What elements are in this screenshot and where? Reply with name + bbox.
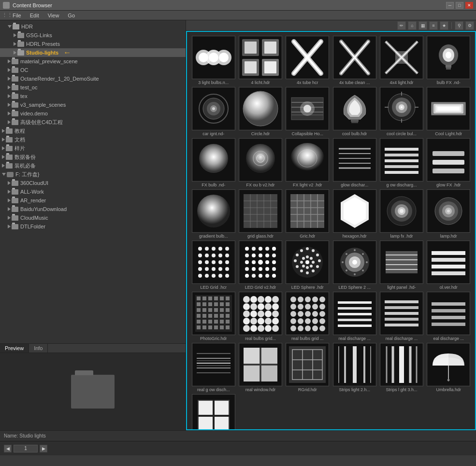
page-number-input[interactable]: 1 (14, 445, 38, 452)
tree-item-ar[interactable]: AR_render (0, 196, 186, 205)
content-grid-area[interactable]: 3 light bulbs.n... (186, 31, 476, 430)
grid-item-lampfx[interactable]: lamp fx .hdr (379, 189, 424, 239)
grid-item-ledgridv2[interactable]: LED Grid v2.hdr (238, 240, 283, 290)
tree-item-backup[interactable]: 数据备份 (0, 153, 186, 161)
grid-item-ledgrid[interactable]: LED Grid .hcr (191, 240, 236, 290)
grid-item-ledsphere2[interactable]: LED Sphere 2 ... (332, 240, 377, 290)
tree-item-testoc[interactable]: test_oc (0, 83, 186, 92)
grid-item-glowfx[interactable]: glow FX .hdr (426, 138, 471, 187)
label-olver: ol.ver.hdr (440, 285, 458, 290)
toolbar-list[interactable]: ≡ (429, 21, 438, 30)
grid-item-gric[interactable]: Gric.hdr (285, 189, 330, 239)
tab-info[interactable]: Info (29, 344, 48, 353)
tree-item-tex[interactable]: tex (0, 92, 186, 100)
page-next-button[interactable]: ▶ (40, 445, 47, 452)
tree-item-octane[interactable]: OctaneRender_1_20_DemoSuite (0, 74, 186, 83)
toolbar-star[interactable]: ★ (440, 21, 448, 30)
app-icon (3, 2, 10, 9)
grid-item-tube4x[interactable]: 4x tube hcr (285, 36, 330, 85)
tree-item-360[interactable]: 360CloudUI (0, 179, 186, 187)
tree-item-fdrive[interactable]: F: 工作盘} (0, 170, 186, 179)
menu-edit[interactable]: Edit (26, 12, 43, 19)
tree-item-video[interactable]: video.demo (0, 109, 186, 118)
tree-item-zhuangji[interactable]: 装机必备 (0, 161, 186, 170)
toolbar-pencil[interactable]: ✏ (397, 21, 406, 30)
grid-item-realdischarge3[interactable]: eal discharge ... (426, 292, 471, 341)
tree-item-c4d[interactable]: 高级创意C4D工程 (0, 118, 186, 127)
label-glow2: g ow discharg... (386, 183, 417, 187)
grid-item-realdischarge2[interactable]: real discharge ... (379, 292, 424, 341)
thumb-collapsible (286, 87, 329, 130)
menu-go[interactable]: Go (64, 12, 79, 19)
svg-point-307 (290, 311, 296, 317)
grid-item-gradbulb[interactable]: gradient bulb... (191, 189, 236, 239)
menu-file[interactable]: File (9, 12, 25, 19)
grid-item-glow2[interactable]: g ow discharg... (379, 138, 424, 187)
toolbar-grid[interactable]: ▦ (418, 21, 427, 30)
grid-item-lamp[interactable]: lamp.hdr (426, 189, 471, 239)
menu-view[interactable]: View (44, 12, 63, 19)
grid-item-fxlight[interactable]: FX light v2 .hdr (285, 138, 330, 187)
grid-item-olver[interactable]: ol.ver.hdr (426, 240, 471, 290)
grid-item-fxbulb[interactable]: FX bulb .nd- (191, 138, 236, 187)
toolbar-home[interactable]: ⌂ (408, 21, 417, 30)
tree-item-studio[interactable]: Studio-lights ← (0, 48, 186, 57)
grid-item-strips3[interactable]: Strips l ght 3.h... (379, 343, 424, 392)
grid-item-coolcircle[interactable]: cool circle bul... (379, 87, 424, 136)
grid-item-realwindow[interactable]: real window.hdr (238, 343, 283, 392)
file-tree[interactable]: HDR GSG-Links HDRL Presets Studio-lights… (0, 20, 186, 343)
svg-rect-56 (351, 119, 359, 122)
grid-item-window[interactable]: Window.hdr (191, 394, 236, 430)
close-button[interactable]: ✕ (465, 2, 473, 9)
grid-item-gridglass[interactable]: grid glass.hdr (238, 189, 283, 239)
grid-item-collapsible[interactable]: Collapsible Ho... (285, 87, 330, 136)
grid-item-coolbulb[interactable]: cool bulb.hdr (332, 87, 377, 136)
grid-item-strips2[interactable]: Strips light 2.h... (332, 343, 377, 392)
grid-item-circle[interactable]: Circle.hdr (238, 87, 283, 136)
tree-item-yangpian[interactable]: 样片 (0, 144, 186, 153)
grid-item-bulbfx[interactable]: bulb FX .nd- (426, 36, 471, 85)
label-circle: Circle.hdr (251, 131, 270, 136)
grid-item-lightpanel[interactable]: light panel .hd- (379, 240, 424, 290)
grid-item-photogric[interactable]: PhotoGric.hdr (191, 292, 236, 341)
maximize-button[interactable]: □ (456, 2, 463, 9)
grid-item-glow1[interactable]: glow dischar... (332, 138, 377, 187)
minimize-button[interactable]: ─ (446, 2, 454, 9)
grid-item-realbulbs[interactable]: real bulbs grid... (238, 292, 283, 341)
thumb-ledgrid (192, 240, 235, 284)
grid-item-carignt[interactable]: car ignt.nd- (191, 87, 236, 136)
tree-item-jiaocheng[interactable]: 教程 (0, 127, 186, 135)
grid-item-realbulbs2[interactable]: real bulbs grid ... (285, 292, 330, 341)
tab-preview[interactable]: Preview (0, 344, 29, 353)
svg-point-132 (447, 210, 450, 212)
tree-item-gsg[interactable]: GSG-Links (0, 31, 186, 40)
tree-item-wendang[interactable]: 文档 (0, 135, 186, 144)
tree-item-baidu[interactable]: BaiduYunDownload (0, 205, 186, 213)
grid-item-4x4light[interactable]: 4x4 light.hdr (379, 36, 424, 85)
grid-item-realdischarge[interactable]: real discharge ... (332, 292, 377, 341)
grid-item-rgrid[interactable]: RGrid.hdr (285, 343, 330, 392)
grid-item-hexagon[interactable]: hexagon.hdr (332, 189, 377, 239)
grid-item-4licht[interactable]: 4 licht.hdr (238, 36, 283, 85)
grid-item-ledsphere[interactable]: LED Sphere .hdr (285, 240, 330, 290)
tree-item-cloud[interactable]: CloudMusic (0, 213, 186, 222)
grid-item-umbrella[interactable]: Umbrella.hdr (426, 343, 471, 392)
tree-item-hdr[interactable]: HDR (0, 22, 186, 31)
grid-item-bulbs3[interactable]: 3 light bulbs.n... (191, 36, 236, 85)
grid-item-tube4x-clean[interactable]: 4x tube clean ... (332, 36, 377, 85)
grid-item-coollight[interactable]: Cool Light.hdr (426, 87, 471, 136)
toolbar-search[interactable]: ⚲ (455, 21, 463, 30)
svg-rect-339 (193, 344, 234, 385)
tree-item-oc[interactable]: OC (0, 66, 186, 74)
grid-item-fxoub[interactable]: FX ou b v2.hdr (238, 138, 283, 187)
grid-item-realglow[interactable]: real g ow disch... (191, 343, 236, 392)
tree-item-allwork[interactable]: ALL-Work (0, 187, 186, 196)
svg-rect-336 (432, 309, 465, 312)
tree-item-material[interactable]: material_preview_scene (0, 57, 186, 66)
page-prev-button[interactable]: ◀ (4, 445, 12, 452)
tree-item-dtl[interactable]: DTLFolder (0, 222, 186, 231)
toolbar-settings[interactable]: ⚙ (465, 21, 474, 30)
tree-item-v3[interactable]: v3_sample_scenes (0, 100, 186, 109)
svg-rect-87 (385, 148, 418, 151)
tree-item-hdrl[interactable]: HDRL Presets (0, 40, 186, 48)
